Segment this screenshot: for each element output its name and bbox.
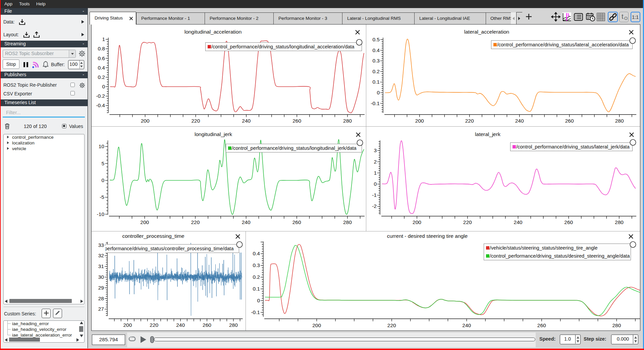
svg-text:260: 260 [203,322,211,328]
svg-text:0: 0 [101,177,104,183]
svg-text:-0.4: -0.4 [96,102,105,108]
svg-text:31: 31 [98,263,104,269]
svg-text:0.1: 0.1 [372,79,380,85]
svg-text:28: 28 [98,296,104,301]
svg-text:0.3: 0.3 [372,58,380,63]
svg-text:0.2: 0.2 [98,74,105,80]
svg-text:280: 280 [615,118,624,124]
svg-text:280: 280 [343,219,352,225]
svg-text:200: 200 [141,118,150,124]
svg-text:260: 260 [537,322,546,328]
svg-text:220: 220 [191,118,200,124]
svg-text:-5: -5 [100,194,104,200]
svg-text:220: 220 [465,118,474,124]
svg-text:32: 32 [98,253,104,258]
svg-text:0.3: 0.3 [253,262,260,268]
svg-text:0: 0 [257,298,260,303]
svg-text:200: 200 [140,219,149,225]
svg-text:3: 3 [374,147,377,153]
svg-text:0.1: 0.1 [253,286,260,292]
svg-text:-0.1: -0.1 [251,309,260,315]
svg-text:-2: -2 [372,203,377,209]
svg-text:240: 240 [514,219,523,225]
svg-text:1: 1 [568,13,570,17]
svg-text:280: 280 [229,322,238,328]
svg-text:0.4: 0.4 [98,65,105,71]
svg-text:-0.2: -0.2 [96,93,105,99]
svg-text:220: 220 [387,322,396,328]
svg-text:1: 1 [102,36,105,42]
svg-text:-10: -10 [97,211,105,217]
svg-text:220: 220 [191,219,200,225]
svg-text:220: 220 [463,219,472,225]
svg-text:0.4: 0.4 [253,251,260,256]
svg-text:280: 280 [615,219,624,225]
svg-text:260: 260 [564,219,573,225]
svg-text:260: 260 [292,219,301,225]
svg-text:0.6: 0.6 [98,55,105,61]
svg-text:240: 240 [462,322,471,328]
svg-text:280: 280 [612,322,621,328]
svg-text:0: 0 [377,90,380,95]
svg-text:200: 200 [415,118,424,124]
svg-text:0.2: 0.2 [372,69,380,74]
svg-text:200: 200 [123,322,132,328]
svg-text:240: 240 [176,322,185,328]
svg-text:260: 260 [292,118,301,124]
svg-text:2: 2 [374,159,377,165]
svg-text:5: 5 [101,161,104,166]
svg-text:0: 0 [374,181,377,187]
svg-text:200: 200 [413,219,421,225]
svg-text:27: 27 [98,306,104,312]
svg-text:0.5: 0.5 [372,37,380,42]
svg-text:220: 220 [150,322,158,328]
svg-text:0.8: 0.8 [98,46,105,51]
svg-text:200: 200 [312,322,321,328]
svg-text:-1: -1 [372,192,377,198]
svg-text:33: 33 [98,242,104,248]
svg-text:10: 10 [99,143,105,149]
svg-text:280: 280 [343,118,352,124]
svg-text:0: 0 [102,84,105,89]
svg-text:0.4: 0.4 [372,47,380,53]
svg-text:29: 29 [98,285,104,291]
svg-text:1: 1 [374,170,377,176]
svg-text:240: 240 [242,118,251,124]
svg-text:0.2: 0.2 [253,274,260,280]
svg-text:240: 240 [242,219,251,225]
svg-text:240: 240 [515,118,524,124]
svg-text:-0.1: -0.1 [371,100,380,106]
svg-text:260: 260 [565,118,574,124]
svg-text:30: 30 [98,274,104,280]
